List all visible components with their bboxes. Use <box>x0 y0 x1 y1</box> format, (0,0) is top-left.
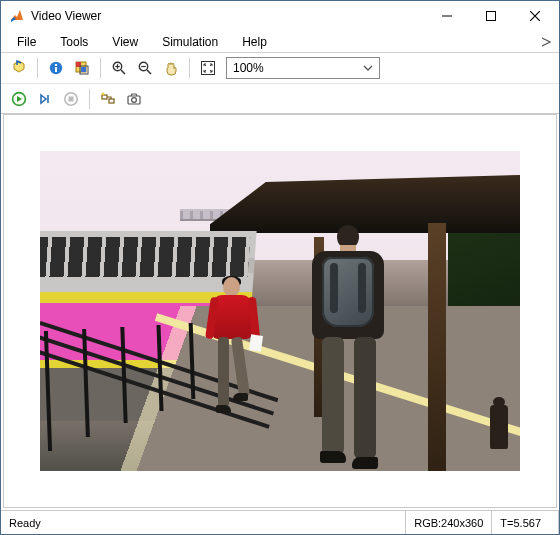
video-frame-image <box>40 151 520 471</box>
separator <box>89 89 90 109</box>
status-ready: Ready <box>1 511 406 534</box>
menu-help[interactable]: Help <box>230 31 279 52</box>
close-button[interactable] <box>513 2 557 30</box>
window-controls <box>425 2 557 30</box>
separator <box>100 58 101 78</box>
status-grip <box>549 511 559 534</box>
chevron-down-icon[interactable] <box>357 63 379 73</box>
zoom-input[interactable] <box>227 61 357 75</box>
statusbar: Ready RGB:240x360 T=5.567 <box>1 510 559 534</box>
zoom-out-button[interactable] <box>133 56 157 80</box>
toolbars <box>1 53 559 114</box>
menu-tools[interactable]: Tools <box>48 31 100 52</box>
maximize-button[interactable] <box>469 2 513 30</box>
svg-rect-15 <box>202 62 215 75</box>
toolbar-playback <box>1 83 559 113</box>
svg-rect-3 <box>55 64 57 66</box>
zoom-in-button[interactable] <box>107 56 131 80</box>
stop-button[interactable] <box>59 87 83 111</box>
menu-view[interactable]: View <box>100 31 150 52</box>
zoom-combobox[interactable] <box>226 57 380 79</box>
svg-point-22 <box>102 92 105 95</box>
snapshot-button[interactable] <box>122 87 146 111</box>
separator <box>37 58 38 78</box>
fit-to-window-button[interactable] <box>196 56 220 80</box>
svg-point-24 <box>132 97 137 102</box>
status-time: T=5.567 <box>492 511 549 534</box>
minimize-button[interactable] <box>425 2 469 30</box>
menubar: File Tools View Simulation Help <box>1 31 559 53</box>
svg-rect-0 <box>487 12 496 21</box>
matlab-app-icon <box>9 8 25 24</box>
toolbar-main <box>1 53 559 83</box>
video-info-button[interactable] <box>44 56 68 80</box>
separator <box>189 58 190 78</box>
highlight-block-button[interactable] <box>96 87 120 111</box>
menu-simulation[interactable]: Simulation <box>150 31 230 52</box>
status-format: RGB:240x360 <box>406 511 492 534</box>
svg-line-13 <box>147 70 151 74</box>
svg-line-9 <box>121 70 125 74</box>
window-title: Video Viewer <box>31 9 425 23</box>
toolbar-options-cue[interactable] <box>533 31 559 52</box>
play-button[interactable] <box>7 87 31 111</box>
app-window: Video Viewer File Tools View Simulation … <box>0 0 560 535</box>
new-model-button[interactable] <box>7 56 31 80</box>
svg-rect-6 <box>81 67 86 72</box>
video-canvas[interactable] <box>3 114 557 508</box>
svg-rect-20 <box>102 95 107 99</box>
svg-rect-2 <box>55 67 57 72</box>
pixel-region-button[interactable] <box>70 56 94 80</box>
svg-rect-21 <box>109 99 114 103</box>
svg-rect-19 <box>69 96 74 101</box>
menu-file[interactable]: File <box>5 31 48 52</box>
titlebar[interactable]: Video Viewer <box>1 1 559 31</box>
step-forward-button[interactable] <box>33 87 57 111</box>
pan-button[interactable] <box>159 56 183 80</box>
video-frame <box>40 151 520 471</box>
